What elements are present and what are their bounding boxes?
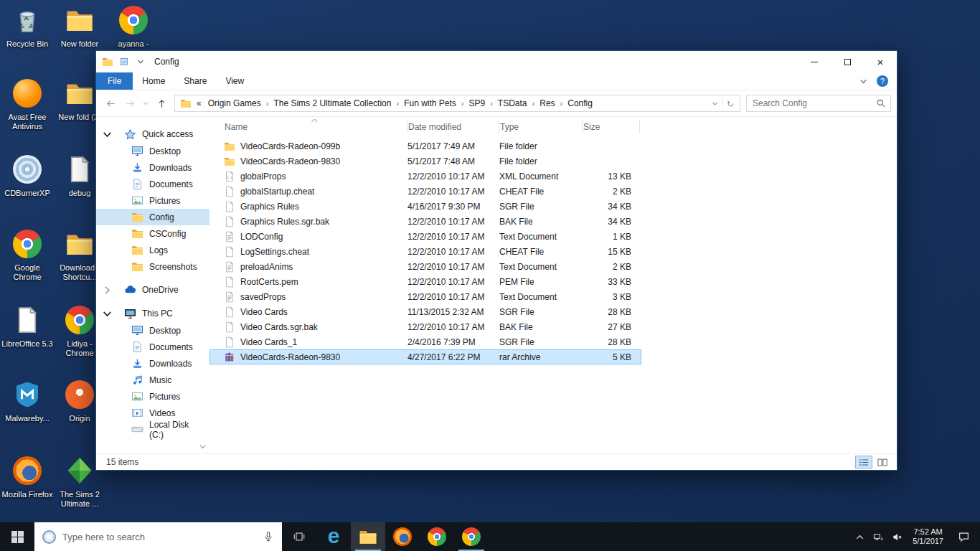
breadcrumb-separator-icon[interactable]: › [489, 99, 494, 108]
sidebar-item-onedrive[interactable]: OneDrive [96, 281, 209, 298]
sidebar-item-logs[interactable]: Logs [96, 242, 209, 258]
taskbar-app-chrome[interactable] [420, 522, 454, 551]
breadcrumb-segment[interactable]: TSData [494, 98, 531, 108]
file-row[interactable]: LogSettings.cheat12/2/2010 10:17 AMCHEAT… [209, 244, 641, 259]
breadcrumb-separator-icon[interactable]: › [265, 99, 270, 108]
sidebar-item-desktop[interactable]: Desktop [96, 143, 209, 159]
start-button[interactable] [0, 522, 34, 551]
search-input[interactable] [747, 98, 872, 108]
help-icon[interactable]: ? [877, 75, 888, 87]
tray-clock[interactable]: 7:52 AM 5/1/2017 [906, 527, 950, 546]
breadcrumb-separator-icon[interactable]: › [559, 99, 565, 108]
close-button[interactable]: × [864, 51, 897, 72]
column-header-date-modified[interactable]: Date modified [407, 117, 499, 137]
breadcrumb-separator-icon[interactable]: › [460, 99, 466, 108]
quick-access-toolbar-icon[interactable] [118, 56, 130, 67]
sidebar-item-config[interactable]: Config [96, 209, 209, 225]
breadcrumb-segment[interactable]: SP9 [466, 98, 489, 108]
up-icon[interactable] [153, 95, 170, 112]
desktop-icon-libreoffice-5-3[interactable]: LibreOffice 5.3 [1, 304, 54, 349]
qat-chevron-down-icon[interactable] [135, 56, 146, 67]
search-icon[interactable] [872, 98, 890, 108]
chevron-icon[interactable] [101, 308, 113, 320]
task-view-button[interactable] [282, 522, 316, 551]
ribbon-tab-view[interactable]: View [216, 72, 253, 90]
file-row[interactable]: VideoCards-Radeon-98304/27/2017 6:22 PMr… [209, 349, 641, 364]
file-row[interactable]: VideoCards-Radeon-98305/1/2017 7:48 AMFi… [209, 154, 641, 169]
back-icon[interactable] [102, 95, 119, 112]
forward-icon[interactable] [121, 95, 138, 112]
file-row[interactable]: Video Cards_12/4/2016 7:39 PMSGR File28 … [209, 334, 641, 349]
sidebar-item-desktop[interactable]: Desktop [96, 322, 209, 339]
chevron-icon[interactable] [101, 128, 113, 141]
taskbar-app-edge[interactable] [316, 522, 351, 551]
desktop-icon-ayanna[interactable]: ayanna - [107, 4, 160, 49]
file-row[interactable]: Video Cards.sgr.bak12/2/2010 10:17 AMBAK… [209, 319, 641, 334]
file-row[interactable]: VideoCards-Radeon-099b5/1/2017 7:49 AMFi… [209, 138, 641, 154]
breadcrumb-segment[interactable]: Origin Games [204, 98, 265, 108]
refresh-icon[interactable] [722, 95, 738, 111]
volume-icon[interactable] [887, 522, 906, 551]
file-row[interactable]: globalProps12/2/2010 10:17 AMXML Documen… [209, 169, 641, 184]
maximize-button[interactable] [831, 51, 864, 72]
taskbar-app-firefox[interactable] [385, 522, 420, 551]
file-row[interactable]: globalStartup.cheat12/2/2010 10:17 AMCHE… [209, 184, 641, 199]
file-row[interactable]: Video Cards11/13/2015 2:32 AMSGR File28 … [209, 304, 641, 319]
taskbar-app-chrome-2[interactable] [454, 522, 489, 551]
sidebar-item-downloads[interactable]: Downloads [96, 355, 209, 372]
details-view-button[interactable] [855, 456, 872, 468]
breadcrumb-segment[interactable]: Res [536, 98, 558, 108]
column-header-name[interactable]: Name [224, 117, 407, 137]
action-center-icon[interactable] [950, 522, 977, 551]
sidebar-item-this-pc[interactable]: This PC [96, 305, 209, 322]
desktop-icon-google-chrome[interactable]: Google Chrome [1, 228, 54, 282]
breadcrumb-segment[interactable]: The Sims 2 Ultimate Collection [270, 98, 395, 108]
ribbon-tab-file[interactable]: File [96, 72, 133, 90]
large-icons-view-button[interactable] [874, 456, 891, 468]
address-bar[interactable]: « Origin Games›The Sims 2 Ultimate Colle… [174, 95, 740, 112]
file-row[interactable]: savedProps12/2/2010 10:17 AMText Documen… [209, 289, 641, 304]
desktop-icon-recycle-bin[interactable]: Recycle Bin [1, 4, 54, 49]
file-row[interactable]: Graphics Rules.sgr.bak12/2/2010 10:17 AM… [209, 214, 641, 229]
chevron-icon[interactable] [101, 284, 113, 296]
taskbar-search[interactable] [34, 522, 282, 551]
taskbar-app-file-explorer[interactable] [351, 522, 385, 551]
desktop-icon-avast-free-antivirus[interactable]: Avast Free Antivirus [1, 77, 54, 131]
sidebar-item-documents[interactable]: Documents [96, 176, 209, 192]
breadcrumb-separator-icon[interactable]: › [531, 99, 537, 108]
file-row[interactable]: Graphics Rules4/16/2017 9:30 PMSGR File3… [209, 199, 641, 214]
column-header-type[interactable]: Type [499, 117, 583, 137]
sidebar-item-downloads[interactable]: Downloads [96, 159, 209, 176]
breadcrumb-segment[interactable]: Config [564, 98, 596, 108]
taskbar-search-input[interactable] [62, 532, 256, 542]
recent-locations-icon[interactable] [141, 95, 151, 112]
microphone-icon[interactable] [263, 531, 274, 542]
sidebar-scroll-down-icon[interactable] [198, 442, 207, 451]
breadcrumb-segment[interactable]: Fun with Pets [400, 98, 460, 108]
sidebar-item-screenshots[interactable]: Screenshots [96, 258, 209, 275]
file-row[interactable]: LODConfig12/2/2010 10:17 AMText Document… [209, 229, 641, 244]
sidebar-item-pictures[interactable]: Pictures [96, 388, 209, 405]
sidebar-item-quick-access[interactable]: Quick access [96, 126, 209, 143]
ribbon-tab-home[interactable]: Home [133, 72, 174, 90]
sidebar-item-csconfig[interactable]: CSConfig [96, 225, 209, 242]
desktop-icon-new-folder[interactable]: New folder [53, 4, 106, 49]
address-dropdown-icon[interactable] [707, 95, 722, 111]
network-icon[interactable] [869, 522, 887, 551]
file-row[interactable]: preloadAnims12/2/2010 10:17 AMText Docum… [209, 259, 641, 274]
breadcrumb-overflow-icon[interactable]: « [194, 98, 204, 108]
file-row[interactable]: RootCerts.pem12/2/2010 10:17 AMPEM File3… [209, 274, 641, 289]
column-header-size[interactable]: Size [583, 117, 640, 137]
minimize-button[interactable] [798, 51, 831, 72]
desktop-icon-cdburnerxp[interactable]: CDBurnerXP [1, 154, 54, 198]
ribbon-tab-share[interactable]: Share [174, 72, 216, 90]
desktop-icon-mozilla-firefox[interactable]: Mozilla Firefox [1, 455, 54, 499]
tray-chevron-up-icon[interactable] [850, 522, 869, 551]
ribbon-expand-icon[interactable] [859, 77, 868, 86]
sidebar-item-pictures[interactable]: Pictures [96, 192, 209, 209]
sidebar-item-documents[interactable]: Documents [96, 339, 209, 355]
breadcrumb-separator-icon[interactable]: › [395, 99, 400, 108]
sidebar-item-local-disk-c-[interactable]: Local Disk (C:) [96, 421, 209, 438]
sidebar-item-music[interactable]: Music [96, 372, 209, 388]
desktop-icon-malwareby[interactable]: Malwareby... [1, 379, 54, 423]
